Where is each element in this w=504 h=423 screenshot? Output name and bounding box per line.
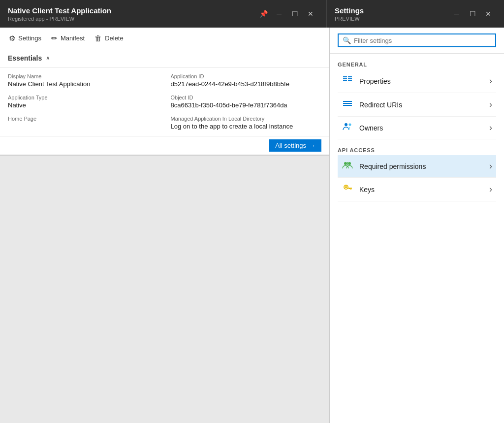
settings-item-redirect-uris[interactable]: Redirect URIs › bbox=[338, 93, 496, 117]
settings-item-properties[interactable]: Properties › bbox=[338, 69, 496, 93]
pin-button[interactable]: 📌 bbox=[255, 6, 271, 22]
owners-label: Owners bbox=[359, 124, 483, 132]
field-label-object-id: Object ID bbox=[171, 95, 322, 100]
svg-rect-18 bbox=[349, 188, 350, 189]
essentials-footer: All settings → bbox=[0, 136, 329, 156]
owners-icon bbox=[342, 122, 353, 133]
svg-rect-17 bbox=[350, 188, 351, 190]
settings-minimize-button[interactable]: ─ bbox=[449, 6, 465, 22]
keys-icon bbox=[342, 183, 353, 195]
field-application-type: Application Type Native bbox=[8, 95, 159, 109]
settings-item-keys[interactable]: Keys › bbox=[338, 178, 496, 201]
app-title: Native Client Test Application bbox=[8, 6, 111, 15]
right-panel: 🔍 GENERAL Properties bbox=[330, 28, 504, 423]
settings-title: Settings bbox=[335, 6, 364, 15]
manifest-label: Manifest bbox=[61, 34, 85, 42]
settings-item-owners[interactable]: Owners › bbox=[338, 117, 496, 139]
field-value-application-id: d5217ead-0244-42e9-b453-d218f9b8b5fe bbox=[171, 80, 322, 88]
left-panel: ⚙ Settings ✏ Manifest 🗑 Delete Essential… bbox=[0, 28, 330, 423]
field-display-name: Display Name Native Client Test Applicat… bbox=[8, 73, 159, 88]
required-permissions-icon bbox=[342, 161, 353, 172]
field-label-application-id: Application ID bbox=[171, 73, 322, 79]
delete-button[interactable]: 🗑 Delete bbox=[90, 31, 128, 45]
svg-rect-3 bbox=[348, 78, 352, 79]
field-label-managed-app: Managed Application In Local Directory bbox=[171, 116, 322, 122]
owners-chevron: › bbox=[489, 123, 492, 133]
right-window-controls[interactable]: ─ ☐ ✕ bbox=[449, 6, 496, 22]
properties-label: Properties bbox=[359, 77, 483, 85]
app-subtitle: Registered app - PREVIEW bbox=[8, 16, 111, 22]
redirect-uris-label: Redirect URIs bbox=[359, 101, 483, 109]
svg-point-12 bbox=[348, 162, 351, 165]
search-box[interactable]: 🔍 bbox=[338, 33, 496, 47]
manifest-button[interactable]: ✏ Manifest bbox=[46, 31, 90, 46]
settings-maximize-button[interactable]: ☐ bbox=[465, 6, 480, 22]
field-value-application-type: Native bbox=[8, 101, 159, 109]
field-value-managed-app: Log on to the app to create a local inst… bbox=[171, 123, 322, 130]
svg-point-15 bbox=[345, 186, 347, 188]
close-button[interactable]: ✕ bbox=[303, 6, 318, 22]
field-value-display-name: Native Client Test Application bbox=[8, 80, 159, 88]
arrow-right-icon: → bbox=[309, 142, 315, 149]
search-section: 🔍 bbox=[330, 28, 504, 54]
properties-icon bbox=[342, 75, 353, 87]
keys-label: Keys bbox=[359, 186, 483, 194]
svg-point-10 bbox=[349, 124, 351, 126]
properties-chevron: › bbox=[489, 76, 492, 86]
svg-rect-7 bbox=[343, 103, 352, 104]
essentials-title: Essentials bbox=[8, 54, 42, 62]
settings-item-required-permissions[interactable]: Required permissions › bbox=[338, 155, 496, 178]
field-value-object-id: 8ca6631b-f350-405d-be79-fe781f7364da bbox=[171, 101, 322, 109]
redirect-uris-chevron: › bbox=[489, 99, 492, 110]
field-label-home-page: Home Page bbox=[8, 116, 159, 122]
svg-rect-6 bbox=[343, 101, 352, 102]
field-application-id: Application ID d5217ead-0244-42e9-b453-d… bbox=[171, 73, 322, 88]
left-panel-body bbox=[0, 156, 329, 423]
general-section-title: GENERAL bbox=[338, 62, 496, 67]
svg-rect-1 bbox=[343, 78, 347, 79]
svg-rect-8 bbox=[343, 105, 352, 106]
field-managed-app: Managed Application In Local Directory L… bbox=[171, 116, 322, 130]
gear-icon: ⚙ bbox=[9, 34, 15, 43]
manifest-icon: ✏ bbox=[51, 34, 58, 43]
delete-icon: 🗑 bbox=[94, 34, 102, 42]
collapse-icon: ∧ bbox=[46, 55, 50, 62]
minimize-button[interactable]: ─ bbox=[271, 6, 287, 22]
right-title-bar: Settings PREVIEW ─ ☐ ✕ bbox=[327, 0, 504, 28]
settings-toolbar-label: Settings bbox=[18, 34, 41, 42]
field-label-display-name: Display Name bbox=[8, 73, 159, 79]
svg-point-11 bbox=[344, 162, 347, 165]
left-window-controls[interactable]: 📌 ─ ☐ ✕ bbox=[255, 6, 318, 22]
svg-rect-0 bbox=[343, 76, 347, 77]
api-access-section-title: API ACCESS bbox=[338, 147, 496, 153]
required-permissions-chevron: › bbox=[489, 161, 492, 171]
essentials-header[interactable]: Essentials ∧ bbox=[0, 49, 329, 67]
app-title-section: Native Client Test Application Registere… bbox=[8, 6, 111, 22]
svg-rect-5 bbox=[348, 80, 352, 81]
svg-rect-4 bbox=[343, 80, 347, 81]
search-input[interactable] bbox=[354, 37, 491, 44]
toolbar: ⚙ Settings ✏ Manifest 🗑 Delete bbox=[0, 28, 329, 49]
all-settings-label: All settings bbox=[275, 142, 306, 149]
settings-content: GENERAL Properties › bbox=[330, 54, 504, 423]
title-bar: Native Client Test Application Registere… bbox=[0, 0, 504, 28]
required-permissions-label: Required permissions bbox=[359, 163, 483, 170]
svg-rect-2 bbox=[348, 76, 352, 77]
search-icon: 🔍 bbox=[343, 36, 351, 44]
maximize-button[interactable]: ☐ bbox=[287, 6, 303, 22]
essentials-content: Display Name Native Client Test Applicat… bbox=[0, 67, 329, 136]
delete-label: Delete bbox=[105, 34, 124, 42]
settings-close-button[interactable]: ✕ bbox=[480, 6, 496, 22]
svg-point-9 bbox=[345, 123, 347, 126]
settings-subtitle: PREVIEW bbox=[335, 16, 364, 22]
field-object-id: Object ID 8ca6631b-f350-405d-be79-fe781f… bbox=[171, 95, 322, 109]
panels-wrapper: ⚙ Settings ✏ Manifest 🗑 Delete Essential… bbox=[0, 28, 504, 423]
left-title-bar: Native Client Test Application Registere… bbox=[0, 0, 327, 28]
field-label-application-type: Application Type bbox=[8, 95, 159, 100]
field-home-page: Home Page bbox=[8, 116, 159, 130]
settings-title-section: Settings PREVIEW bbox=[335, 6, 364, 22]
settings-toolbar-button[interactable]: ⚙ Settings bbox=[4, 31, 46, 46]
all-settings-button[interactable]: All settings → bbox=[269, 139, 321, 152]
keys-chevron: › bbox=[489, 184, 492, 195]
redirect-uris-icon bbox=[342, 98, 353, 111]
